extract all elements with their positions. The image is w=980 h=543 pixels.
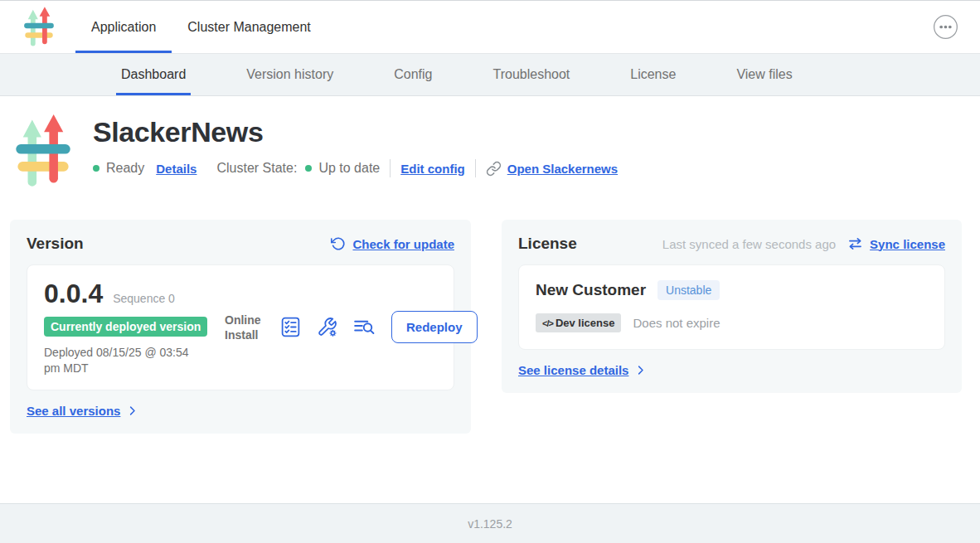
page-title: SlackerNews — [93, 116, 618, 148]
license-expiry-text: Does not expire — [633, 316, 720, 330]
version-actions: Online Install — [225, 311, 478, 343]
version-info: 0.0.4 Sequence 0 Currently deployed vers… — [44, 279, 225, 376]
app-tabs-nav: Dashboard Version history Config Trouble… — [0, 54, 980, 96]
app-header: SlackerNews Ready Details Cluster State:… — [10, 113, 962, 192]
chevron-right-icon — [634, 364, 647, 376]
version-card: Version Check for update 0.0.4 Sequence — [10, 220, 471, 434]
topnav-tab-cluster-management[interactable]: Cluster Management — [172, 1, 327, 53]
divider — [390, 159, 391, 177]
app-status-row: Ready Details Cluster State: Up to date … — [93, 159, 618, 177]
code-icon: </> — [542, 318, 553, 328]
app-logo-small — [23, 6, 55, 49]
channel-badge: Unstable — [657, 280, 720, 300]
wrench-gear-icon — [317, 317, 337, 337]
app-status-dot — [93, 165, 99, 172]
app-logo-large — [14, 113, 72, 192]
deployed-timestamp: Deployed 08/15/25 @ 03:54 pm MDT — [44, 345, 203, 376]
divider — [475, 159, 476, 177]
cluster-state-label: Cluster State: — [216, 161, 297, 176]
redeploy-button[interactable]: Redeploy — [391, 311, 478, 343]
tab-view-files[interactable]: View files — [731, 54, 797, 95]
edit-config-link[interactable]: Edit config — [400, 162, 465, 176]
license-card: License Last synced a few seconds ago Sy… — [502, 220, 962, 393]
check-for-update-label: Check for update — [352, 237, 454, 251]
dashboard-cards: Version Check for update 0.0.4 Sequence — [10, 220, 962, 434]
console-nav: Application Cluster Management — [75, 1, 327, 53]
admin-console-page: Application Cluster Management Dashboard… — [0, 0, 980, 543]
sync-license-label: Sync license — [870, 237, 945, 251]
see-license-details-label: See license details — [518, 363, 628, 377]
sync-license-link[interactable]: Sync license — [847, 237, 945, 251]
chain-link-icon — [486, 161, 502, 177]
logs-magnifier-icon — [353, 318, 376, 337]
dashboard-content: SlackerNews Ready Details Cluster State:… — [0, 96, 980, 503]
see-license-details-link[interactable]: See license details — [518, 363, 647, 377]
details-link[interactable]: Details — [156, 162, 196, 176]
see-all-versions-label: See all versions — [27, 404, 120, 418]
last-synced-text: Last synced a few seconds ago — [662, 237, 836, 251]
slackernews-logo-icon — [23, 6, 55, 49]
license-panel: New Customer Unstable </> Dev license Do… — [518, 264, 945, 350]
tab-version-history[interactable]: Version history — [241, 54, 338, 95]
license-card-title: License — [518, 235, 577, 253]
tab-dashboard[interactable]: Dashboard — [116, 54, 191, 95]
more-options-button[interactable] — [932, 14, 958, 41]
see-all-versions-link[interactable]: See all versions — [27, 404, 138, 418]
app-status-text: Ready — [106, 161, 144, 176]
version-number-row: 0.0.4 Sequence 0 — [44, 279, 225, 309]
deployed-badge: Currently deployed version — [44, 317, 207, 337]
cluster-state-dot — [305, 165, 312, 172]
license-type-badge: </> Dev license — [536, 313, 621, 332]
checklist-icon — [280, 316, 301, 338]
open-app-link[interactable]: Open Slackernews — [507, 162, 618, 176]
app-header-text: SlackerNews Ready Details Cluster State:… — [93, 113, 618, 192]
check-for-update-link[interactable]: Check for update — [331, 236, 454, 251]
refresh-icon — [331, 236, 346, 251]
top-navbar: Application Cluster Management — [0, 1, 980, 54]
version-sequence: Sequence 0 — [113, 292, 175, 305]
license-card-header: License Last synced a few seconds ago Sy… — [518, 235, 945, 253]
version-number: 0.0.4 — [44, 279, 103, 309]
topnav-tab-label: Cluster Management — [187, 20, 311, 35]
topnav-tab-label: Application — [91, 20, 156, 35]
install-type-label: Online Install — [225, 313, 264, 342]
version-card-header: Version Check for update — [27, 235, 454, 253]
current-version-panel: 0.0.4 Sequence 0 Currently deployed vers… — [27, 264, 454, 390]
version-card-title: Version — [27, 235, 84, 253]
topnav-tab-application[interactable]: Application — [75, 1, 172, 53]
license-type-row: </> Dev license Does not expire — [536, 313, 928, 332]
tab-license[interactable]: License — [625, 54, 681, 95]
config-button[interactable] — [317, 317, 337, 337]
ellipsis-icon — [933, 14, 958, 40]
tab-config[interactable]: Config — [389, 54, 437, 95]
customer-name: New Customer — [536, 281, 646, 299]
preflight-checks-button[interactable] — [280, 316, 301, 338]
console-version: v1.125.2 — [468, 517, 512, 531]
customer-row: New Customer Unstable — [536, 280, 928, 300]
footer: v1.125.2 — [0, 503, 980, 543]
chevron-right-icon — [126, 405, 138, 417]
license-type-label: Dev license — [555, 317, 615, 329]
tab-troubleshoot[interactable]: Troubleshoot — [488, 54, 575, 95]
deploy-logs-button[interactable] — [353, 318, 376, 337]
cluster-state-value: Up to date — [318, 161, 380, 176]
slackernews-logo-icon — [14, 113, 72, 192]
sync-arrows-icon — [847, 237, 863, 250]
